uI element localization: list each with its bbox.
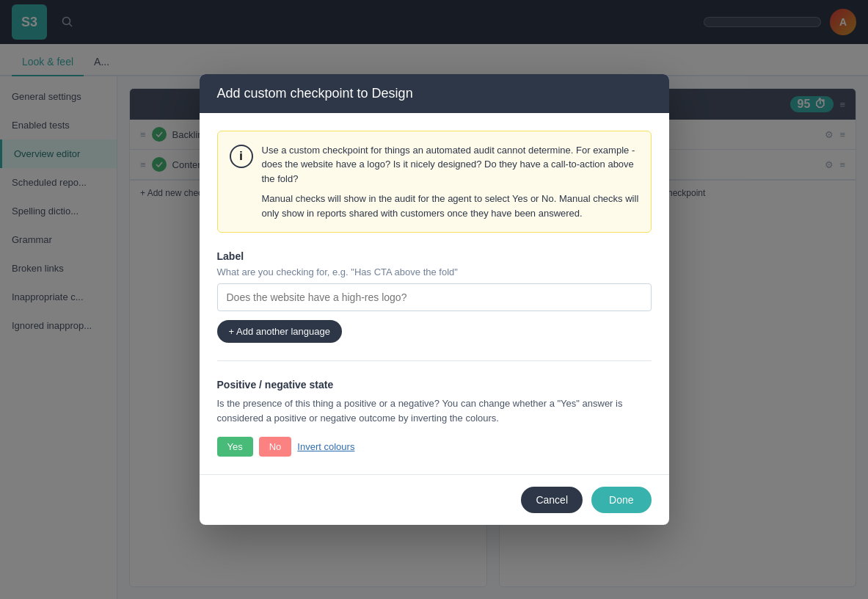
modal-overlay: Add custom checkpoint to Design i Use a … [0,0,868,599]
label-section: Label What are you checking for, e.g. "H… [217,250,652,343]
yes-no-row: Yes No Invert colours [217,437,652,457]
info-text: Use a custom checkpoint for things an au… [262,143,639,221]
label-sublabel: What are you checking for, e.g. "Has CTA… [217,266,652,277]
modal-header: Add custom checkpoint to Design [200,74,669,113]
modal-body: i Use a custom checkpoint for things an … [200,113,669,475]
info-box: i Use a custom checkpoint for things an … [217,131,652,233]
no-button[interactable]: No [259,437,292,457]
label-input[interactable] [217,283,652,311]
cancel-button[interactable]: Cancel [521,487,583,513]
label-title: Label [217,250,652,262]
positive-title: Positive / negative state [217,379,652,391]
positive-section: Positive / negative state Is the presenc… [217,379,652,457]
info-icon: i [230,145,253,168]
modal: Add custom checkpoint to Design i Use a … [200,74,669,526]
add-language-label: + Add another language [229,326,330,337]
modal-title: Add custom checkpoint to Design [217,86,413,101]
invert-colours-link[interactable]: Invert colours [297,441,354,452]
done-button[interactable]: Done [591,487,651,513]
section-divider [217,360,652,361]
add-language-button[interactable]: + Add another language [217,320,342,343]
modal-footer: Cancel Done [200,474,669,525]
positive-desc: Is the presence of this thing a positive… [217,396,652,425]
yes-button[interactable]: Yes [217,437,253,457]
info-line-2: Manual checks will show in the audit for… [262,192,639,220]
info-line-1: Use a custom checkpoint for things an au… [262,143,639,186]
